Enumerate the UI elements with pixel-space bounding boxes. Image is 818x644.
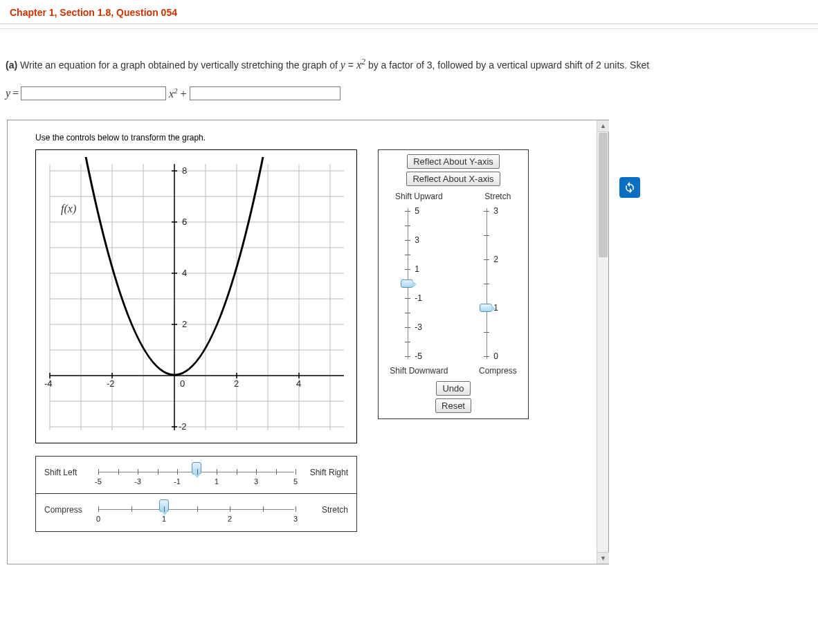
horizontal-sliders: Shift Left Shift Right -5-3-1135 Compres…: [35, 456, 357, 532]
vertical-shift-slider[interactable]: 5 3 1 -1 -3 -5: [402, 204, 435, 363]
compress-h-label: Compress: [44, 505, 82, 515]
middle-expression: x2 +: [169, 86, 187, 100]
page-title: Chapter 1, Section 1.8, Question 054: [0, 0, 818, 24]
part-label: (a): [6, 59, 17, 71]
instruction-text: Use the controls below to transform the …: [35, 133, 583, 142]
refresh-icon: [624, 181, 636, 194]
vertical-stretch-slider[interactable]: 3 2 1 0: [481, 204, 514, 363]
graph-canvas: f(x) 8 6 4 2 0 -2 -4 -2 2 4: [35, 149, 357, 443]
graph-panel: ▲ ▼ Use the controls below to transform …: [7, 120, 609, 564]
coefficient-input[interactable]: [21, 86, 166, 100]
answer-row: y = x2 +: [0, 86, 818, 100]
fx-label: f(x): [61, 203, 76, 215]
reflect-x-button[interactable]: Reflect About X-axis: [406, 172, 500, 186]
constant-input[interactable]: [190, 86, 340, 100]
stretch-h-label: Stretch: [322, 505, 348, 515]
shift-upward-label: Shift Upward: [390, 192, 448, 201]
undo-button[interactable]: Undo: [436, 381, 470, 396]
transform-controls: Reflect About Y-axis Reflect About X-axi…: [378, 149, 529, 419]
scroll-thumb[interactable]: [599, 133, 608, 257]
horizontal-stretch-row: Compress Stretch 0123: [36, 494, 356, 531]
reset-button[interactable]: Reset: [435, 398, 471, 413]
shift-left-label: Shift Left: [44, 468, 77, 477]
refresh-button[interactable]: [619, 177, 640, 198]
horizontal-shift-row: Shift Left Shift Right -5-3-1135: [36, 457, 356, 494]
answer-lhs: y: [6, 87, 10, 100]
shift-downward-label: Shift Downward: [390, 366, 448, 376]
scrollbar[interactable]: ▲ ▼: [597, 120, 608, 564]
stretch-slider-thumb[interactable]: [480, 304, 492, 312]
scroll-down-button[interactable]: ▼: [597, 552, 609, 564]
question-text: (a) Write an equation for a graph obtain…: [0, 57, 818, 71]
reflect-y-button[interactable]: Reflect About Y-axis: [407, 154, 500, 169]
scroll-up-button[interactable]: ▲: [597, 120, 609, 132]
graph-svg: [36, 150, 358, 444]
shift-right-label: Shift Right: [310, 468, 348, 477]
horizontal-stretch-slider[interactable]: [98, 509, 294, 510]
compress-label: Compress: [479, 366, 517, 376]
shift-slider-thumb[interactable]: [401, 279, 413, 288]
stretch-label: Stretch: [479, 192, 517, 201]
divider: [0, 28, 818, 29]
